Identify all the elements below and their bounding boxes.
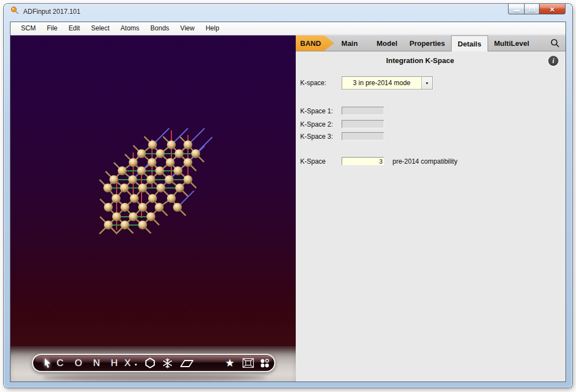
kspace-compat-input[interactable] <box>342 157 384 165</box>
kspace-mode-value: 3 in pre-2014 mode <box>342 77 421 89</box>
kspace-mode-select[interactable]: 3 in pre-2014 mode ▼ <box>342 76 433 90</box>
kspace-compat-row: K-Space pre-2014 compatibility <box>300 157 457 165</box>
kspace-mode-label: K-space: <box>300 79 342 87</box>
menu-item-help[interactable]: Help <box>200 23 225 34</box>
details-panel-body: Integration K-Space i K-space: 3 in pre-… <box>296 51 565 381</box>
tab-properties[interactable]: Properties <box>404 35 451 51</box>
app-icon <box>11 6 19 17</box>
element-picker-caret-icon[interactable]: ▼ <box>133 355 139 371</box>
ring-tool-button[interactable] <box>143 355 156 371</box>
kspace1-row: K-Space 1: <box>300 107 384 115</box>
info-button[interactable]: i <box>548 56 558 66</box>
menu-item-file[interactable]: File <box>41 23 63 34</box>
menu-item-atoms[interactable]: Atoms <box>115 23 145 34</box>
kspace2-row: K-Space 2: <box>300 120 384 128</box>
select-tool-button[interactable] <box>40 355 54 371</box>
kspace3-row: K-Space 3: <box>300 132 384 140</box>
close-button[interactable]: × <box>540 4 565 14</box>
search-icon <box>550 38 560 48</box>
menu-item-view[interactable]: View <box>175 23 200 34</box>
info-icon: i <box>552 57 554 65</box>
kspace3-input[interactable] <box>342 132 384 140</box>
kspace3-label: K-Space 3: <box>300 133 342 140</box>
tab-details[interactable]: Details <box>451 35 488 51</box>
element-nitrogen-button[interactable]: N <box>91 355 103 371</box>
crystal-tool-button[interactable] <box>161 355 174 371</box>
close-icon: × <box>550 5 555 13</box>
element-hydrogen-button[interactable]: H <box>108 355 121 371</box>
maximize-icon <box>529 6 535 12</box>
render-mode-tool-button[interactable] <box>258 355 272 371</box>
caption-buttons: × <box>508 4 565 14</box>
maximize-button[interactable] <box>524 4 540 14</box>
kspace2-label: K-Space 2: <box>300 121 342 128</box>
panel-tab-bar: BAND Main Model Properties Details Multi… <box>296 35 565 51</box>
kspace1-label: K-Space 1: <box>300 107 342 115</box>
element-oxygen-button[interactable]: O <box>72 355 85 371</box>
menu-bar: SCM File Edit Select Atoms Bonds View He… <box>11 22 565 35</box>
kspace-mode-row: K-space: 3 in pre-2014 mode ▼ <box>300 76 433 90</box>
tab-multilevel[interactable]: MultiLevel <box>488 35 536 51</box>
element-carbon-button[interactable]: C <box>54 355 66 371</box>
minimize-icon <box>514 10 520 12</box>
menu-item-edit[interactable]: Edit <box>63 23 86 34</box>
viewer-toolbar: C O N H X ▼ <box>32 354 275 372</box>
tab-main[interactable]: Main <box>336 35 364 51</box>
minimize-button[interactable] <box>508 4 524 14</box>
tab-model[interactable]: Model <box>370 35 404 51</box>
options-panel: BAND Main Model Properties Details Multi… <box>296 35 565 381</box>
kspace2-input[interactable] <box>342 120 384 128</box>
menu-item-bonds[interactable]: Bonds <box>145 23 175 34</box>
kspace1-input[interactable] <box>342 107 384 115</box>
client-area: SCM File Edit Select Atoms Bonds View He… <box>10 22 566 382</box>
dropdown-arrow-icon[interactable]: ▼ <box>421 77 432 89</box>
element-picker-button[interactable]: X <box>123 355 133 371</box>
toolbar-reflection <box>43 374 266 381</box>
title-bar[interactable]: ADFinput 2017.101 <box>4 4 572 19</box>
section-title: Integration K-Space <box>296 56 544 65</box>
menu-item-scm[interactable]: SCM <box>15 23 41 34</box>
window-title: ADFinput 2017.101 <box>23 8 80 15</box>
kspace-compat-note: pre-2014 compatibility <box>392 158 457 165</box>
tab-band[interactable]: BAND <box>296 35 334 51</box>
molecule-rendering <box>11 35 296 348</box>
menu-item-select[interactable]: Select <box>86 23 115 34</box>
kspace-compat-label: K-Space <box>300 158 342 165</box>
app-window: ADFinput 2017.101 × SCM File Edit Select… <box>4 4 572 388</box>
molecule-viewer-canvas[interactable]: C O N H X ▼ <box>11 35 296 381</box>
search-button[interactable] <box>544 35 565 51</box>
favorites-tool-button[interactable]: ★ <box>223 355 237 371</box>
periodic-box-tool-button[interactable] <box>241 355 255 371</box>
plane-tool-button[interactable] <box>179 355 195 371</box>
